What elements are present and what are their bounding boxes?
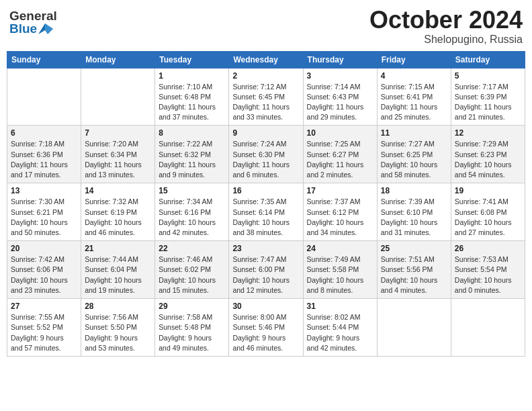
day-number: 1 [159, 71, 225, 81]
calendar-cell: 8Sunrise: 7:22 AM Sunset: 6:32 PM Daylig… [155, 126, 229, 183]
day-number: 31 [307, 302, 373, 311]
calendar-cell [7, 68, 81, 126]
day-info: Sunrise: 7:32 AM Sunset: 6:19 PM Dayligh… [85, 197, 151, 238]
day-info: Sunrise: 8:02 AM Sunset: 5:44 PM Dayligh… [307, 312, 373, 353]
day-number: 13 [11, 186, 77, 195]
day-info: Sunrise: 7:35 AM Sunset: 6:14 PM Dayligh… [232, 197, 299, 238]
calendar-cell: 14Sunrise: 7:32 AM Sunset: 6:19 PM Dayli… [81, 183, 155, 241]
day-info: Sunrise: 7:41 AM Sunset: 6:08 PM Dayligh… [455, 197, 521, 238]
calendar-cell: 29Sunrise: 7:58 AM Sunset: 5:48 PM Dayli… [155, 299, 229, 357]
day-number: 6 [11, 128, 77, 138]
day-number: 3 [307, 71, 373, 81]
day-info: Sunrise: 7:42 AM Sunset: 6:06 PM Dayligh… [11, 255, 77, 295]
calendar-cell: 30Sunrise: 8:00 AM Sunset: 5:46 PM Dayli… [229, 299, 303, 357]
calendar-cell: 5Sunrise: 7:17 AM Sunset: 6:39 PM Daylig… [451, 68, 525, 126]
calendar-cell: 28Sunrise: 7:56 AM Sunset: 5:50 PM Dayli… [81, 299, 155, 357]
logo-general: General [9, 9, 57, 22]
day-number: 10 [307, 128, 373, 138]
day-info: Sunrise: 7:27 AM Sunset: 6:25 PM Dayligh… [381, 139, 447, 180]
day-info: Sunrise: 7:20 AM Sunset: 6:34 PM Dayligh… [85, 139, 151, 180]
day-number: 8 [159, 128, 225, 138]
day-number: 26 [455, 244, 521, 253]
calendar-cell [81, 68, 155, 126]
day-number: 19 [455, 186, 521, 195]
title-block: October 2024 Shelopugino, Russia [369, 7, 523, 46]
day-info: Sunrise: 7:55 AM Sunset: 5:52 PM Dayligh… [11, 312, 77, 353]
day-info: Sunrise: 7:10 AM Sunset: 6:48 PM Dayligh… [159, 82, 225, 123]
day-info: Sunrise: 7:18 AM Sunset: 6:36 PM Dayligh… [11, 139, 77, 180]
day-info: Sunrise: 7:17 AM Sunset: 6:39 PM Dayligh… [455, 82, 521, 123]
day-number: 9 [232, 128, 299, 138]
day-info: Sunrise: 7:34 AM Sunset: 6:16 PM Dayligh… [159, 197, 225, 238]
day-number: 28 [85, 302, 151, 311]
calendar-cell: 19Sunrise: 7:41 AM Sunset: 6:08 PM Dayli… [451, 183, 525, 241]
day-number: 23 [232, 244, 299, 253]
day-info: Sunrise: 7:12 AM Sunset: 6:45 PM Dayligh… [232, 82, 299, 123]
month-title: October 2024 [369, 7, 523, 34]
day-info: Sunrise: 7:56 AM Sunset: 5:50 PM Dayligh… [85, 312, 151, 353]
day-number: 12 [455, 128, 521, 138]
day-info: Sunrise: 7:37 AM Sunset: 6:12 PM Dayligh… [307, 197, 373, 238]
day-number: 25 [381, 244, 447, 253]
calendar-cell: 21Sunrise: 7:44 AM Sunset: 6:04 PM Dayli… [81, 241, 155, 299]
day-number: 20 [11, 244, 77, 253]
day-of-week-header: Friday [377, 51, 451, 68]
day-info: Sunrise: 7:14 AM Sunset: 6:43 PM Dayligh… [307, 82, 373, 123]
day-number: 7 [85, 128, 151, 138]
day-number: 4 [381, 71, 447, 81]
day-of-week-header: Tuesday [155, 51, 229, 68]
calendar-cell: 11Sunrise: 7:27 AM Sunset: 6:25 PM Dayli… [377, 126, 451, 183]
calendar-cell: 18Sunrise: 7:39 AM Sunset: 6:10 PM Dayli… [377, 183, 451, 241]
day-info: Sunrise: 7:15 AM Sunset: 6:41 PM Dayligh… [381, 82, 447, 123]
day-info: Sunrise: 7:46 AM Sunset: 6:02 PM Dayligh… [159, 255, 225, 295]
calendar-cell: 27Sunrise: 7:55 AM Sunset: 5:52 PM Dayli… [7, 299, 81, 357]
calendar-cell: 24Sunrise: 7:49 AM Sunset: 5:58 PM Dayli… [303, 241, 377, 299]
calendar-cell: 4Sunrise: 7:15 AM Sunset: 6:41 PM Daylig… [377, 68, 451, 126]
logo: General Blue [9, 7, 57, 35]
day-info: Sunrise: 7:53 AM Sunset: 5:54 PM Dayligh… [455, 255, 521, 295]
page-header: General Blue October 2024 Shelopugino, R… [7, 7, 525, 46]
calendar-cell: 31Sunrise: 8:02 AM Sunset: 5:44 PM Dayli… [303, 299, 377, 357]
day-info: Sunrise: 7:22 AM Sunset: 6:32 PM Dayligh… [159, 139, 225, 180]
day-info: Sunrise: 7:39 AM Sunset: 6:10 PM Dayligh… [381, 197, 447, 238]
day-number: 5 [455, 71, 521, 81]
calendar-cell: 6Sunrise: 7:18 AM Sunset: 6:36 PM Daylig… [7, 126, 81, 183]
calendar-cell: 26Sunrise: 7:53 AM Sunset: 5:54 PM Dayli… [451, 241, 525, 299]
calendar-cell: 2Sunrise: 7:12 AM Sunset: 6:45 PM Daylig… [229, 68, 303, 126]
day-of-week-header: Thursday [303, 51, 377, 68]
day-info: Sunrise: 7:25 AM Sunset: 6:27 PM Dayligh… [307, 139, 373, 180]
calendar-cell: 25Sunrise: 7:51 AM Sunset: 5:56 PM Dayli… [377, 241, 451, 299]
day-number: 11 [381, 128, 447, 138]
calendar-cell: 1Sunrise: 7:10 AM Sunset: 6:48 PM Daylig… [155, 68, 229, 126]
day-of-week-header: Saturday [451, 51, 525, 68]
calendar-cell: 3Sunrise: 7:14 AM Sunset: 6:43 PM Daylig… [303, 68, 377, 126]
day-number: 24 [307, 244, 373, 253]
calendar-cell: 13Sunrise: 7:30 AM Sunset: 6:21 PM Dayli… [7, 183, 81, 241]
calendar-cell: 12Sunrise: 7:29 AM Sunset: 6:23 PM Dayli… [451, 126, 525, 183]
day-of-week-header: Wednesday [229, 51, 303, 68]
calendar-cell: 22Sunrise: 7:46 AM Sunset: 6:02 PM Dayli… [155, 241, 229, 299]
day-number: 21 [85, 244, 151, 253]
day-number: 27 [11, 302, 77, 311]
day-info: Sunrise: 7:29 AM Sunset: 6:23 PM Dayligh… [455, 139, 521, 180]
day-number: 2 [232, 71, 299, 81]
calendar-cell [451, 299, 525, 357]
day-number: 14 [85, 186, 151, 195]
day-number: 29 [159, 302, 225, 311]
calendar-cell: 10Sunrise: 7:25 AM Sunset: 6:27 PM Dayli… [303, 126, 377, 183]
location-title: Shelopugino, Russia [369, 34, 523, 46]
logo-bird-icon [38, 24, 53, 34]
day-of-week-header: Monday [81, 51, 155, 68]
day-info: Sunrise: 7:24 AM Sunset: 6:30 PM Dayligh… [232, 139, 299, 180]
calendar-cell: 17Sunrise: 7:37 AM Sunset: 6:12 PM Dayli… [303, 183, 377, 241]
day-info: Sunrise: 7:44 AM Sunset: 6:04 PM Dayligh… [85, 255, 151, 295]
day-info: Sunrise: 7:49 AM Sunset: 5:58 PM Dayligh… [307, 255, 373, 295]
day-number: 17 [307, 186, 373, 195]
day-info: Sunrise: 7:58 AM Sunset: 5:48 PM Dayligh… [159, 312, 225, 353]
day-number: 30 [232, 302, 299, 311]
day-number: 16 [232, 186, 299, 195]
day-number: 18 [381, 186, 447, 195]
calendar-cell: 16Sunrise: 7:35 AM Sunset: 6:14 PM Dayli… [229, 183, 303, 241]
calendar-cell: 20Sunrise: 7:42 AM Sunset: 6:06 PM Dayli… [7, 241, 81, 299]
calendar-cell: 9Sunrise: 7:24 AM Sunset: 6:30 PM Daylig… [229, 126, 303, 183]
